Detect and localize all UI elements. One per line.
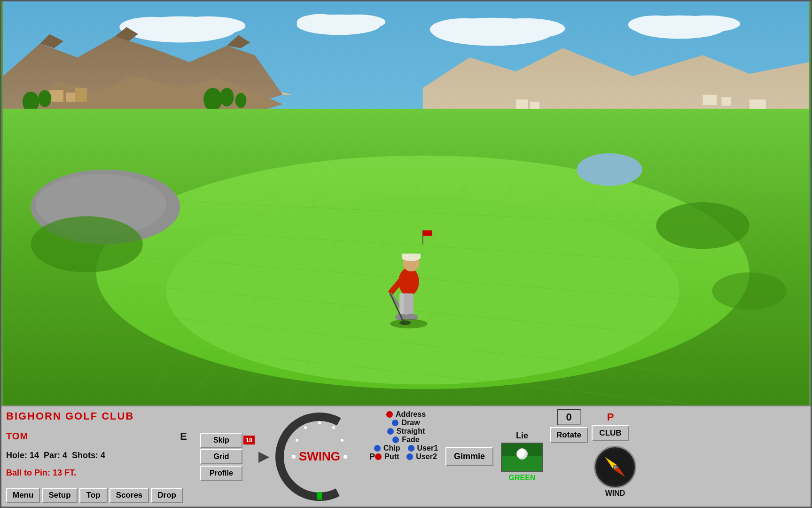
shot-chip[interactable]: Chip [374,444,400,452]
svg-point-77 [292,455,296,459]
putt-dot [375,453,382,460]
top-button[interactable]: Top [79,488,108,503]
setup-button[interactable]: Setup [42,488,77,503]
shot-user1[interactable]: User1 [408,444,438,452]
shot-user2[interactable]: User2 [406,452,437,461]
user2-dot [406,453,413,460]
svg-point-25 [203,88,222,111]
menu-button[interactable]: Menu [6,488,40,503]
svg-rect-65 [404,294,414,317]
draw-dot [392,420,398,426]
scores-button[interactable]: Scores [109,488,149,503]
svg-point-52 [712,272,787,310]
bottom-button-row: Menu Setup Top Scores Drop [6,488,192,503]
svg-point-87 [613,465,617,469]
svg-rect-22 [75,88,87,102]
chip-label: Chip [383,444,400,452]
par-number: 4 [62,451,67,460]
address-dot [386,411,393,418]
power-p-label: P [369,452,375,461]
hole-badge: 18 [243,436,255,444]
straight-dot [387,428,394,435]
lie-label: Lie [516,431,528,441]
gimmie-button[interactable]: Gimmie [445,447,493,466]
hole-info: Hole: 14 Par: 4 Shots: 4 [6,451,192,460]
drop-button[interactable]: Drop [151,488,183,503]
ui-panel: BIGHORN GOLF CLUB TOM E Hole: 14 Par: 4 … [1,405,811,507]
club-button[interactable]: CLUB [592,425,629,441]
svg-rect-54 [530,102,539,109]
svg-rect-21 [66,93,75,102]
svg-rect-55 [703,95,717,105]
putt-label: Putt [384,452,399,461]
fade-label: Fade [402,436,419,444]
gimmie-panel: Gimmie [442,406,497,507]
svg-point-30 [166,198,679,384]
svg-rect-53 [516,100,528,109]
rotate-button[interactable]: Rotate [550,427,588,443]
wind-compass [594,446,636,488]
lie-panel: Lie GREEN [497,406,547,507]
svg-point-81 [332,426,335,429]
center-panel: Skip 18 Grid Profile ▶ SWING [196,406,370,507]
shot-address[interactable]: Address [386,410,426,419]
shot-bottom-row2: Putt User2 [375,452,437,461]
svg-point-79 [304,426,307,429]
rotate-col: 0 Rotate [550,409,588,443]
score-display: E [180,430,187,443]
svg-point-50 [31,216,143,272]
svg-point-12 [675,16,740,32]
svg-rect-57 [750,100,766,109]
fade-dot [392,437,399,443]
club-p-label: P [607,411,614,423]
user2-label: User2 [416,452,437,461]
wind-section: WIND [550,446,680,498]
course-name: BIGHORN GOLF CLUB [6,410,192,422]
svg-point-26 [220,88,234,107]
ball-to-pin: Ball to Pin: 13 FT. [6,468,192,478]
player-name: TOM [6,431,28,442]
svg-point-51 [656,202,750,249]
golf-viewport [1,1,811,405]
svg-rect-76 [317,492,322,500]
skip-button[interactable]: Skip [200,433,242,448]
svg-point-70 [390,319,427,328]
svg-point-27 [235,93,247,108]
svg-point-6 [329,15,385,30]
rotate-club-row: 0 Rotate P CLUB [550,409,680,443]
shots-number: 4 [101,451,105,460]
swing-arrow: ▶ [258,449,269,464]
rotate-value: 0 [557,409,581,425]
svg-point-83 [344,455,347,459]
lie-image [501,443,543,472]
svg-rect-56 [721,97,731,106]
svg-point-24 [38,90,51,107]
swing-meter[interactable]: SWING P [273,410,367,504]
shot-putt[interactable]: Putt [375,452,399,461]
grid-button[interactable]: Grid [200,449,242,464]
svg-text:SWING: SWING [299,449,340,463]
svg-rect-20 [49,90,63,102]
shot-types-panel: Address Draw Straight Fade Chip [370,406,442,507]
user1-dot [408,445,414,452]
course-scene [1,1,811,405]
shot-fade[interactable]: Fade [392,436,419,444]
svg-point-49 [577,153,642,186]
club-col: P CLUB [592,411,629,441]
action-buttons: Skip 18 Grid Profile [200,433,255,481]
user1-label: User1 [417,444,438,452]
profile-button[interactable]: Profile [200,466,242,481]
lie-surface: GREEN [509,474,536,482]
svg-point-78 [296,439,298,442]
skip-container: Skip 18 [200,433,255,448]
lie-ball [516,448,528,460]
shot-straight[interactable]: Straight [387,427,425,436]
draw-label: Draw [401,419,420,427]
svg-point-3 [171,16,245,35]
shot-draw[interactable]: Draw [392,419,420,427]
chip-dot [374,445,381,452]
svg-rect-61 [402,254,421,258]
right-panel: 0 Rotate P CLUB [547,406,683,507]
straight-label: Straight [397,427,425,436]
svg-point-82 [341,439,344,442]
